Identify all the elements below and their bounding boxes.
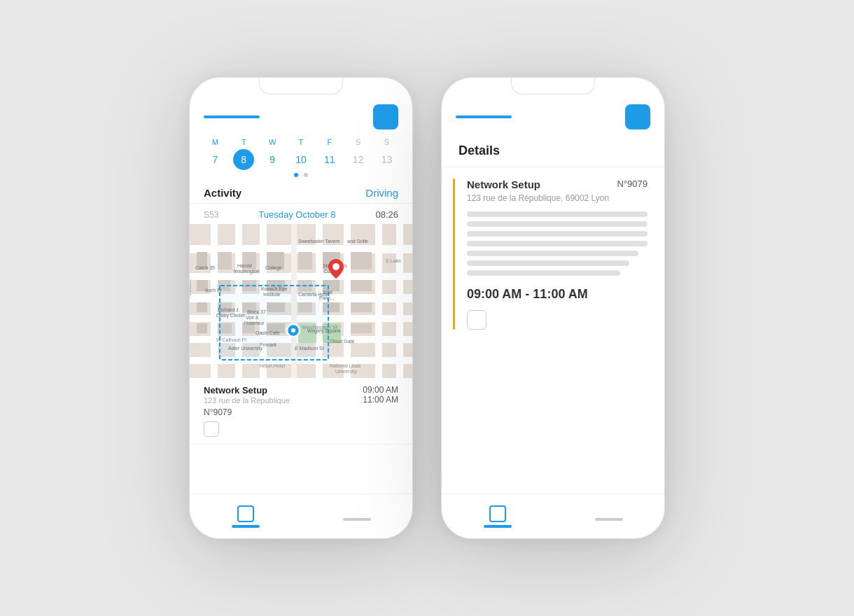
details-title: Details — [442, 138, 664, 167]
nav2-bar-inactive — [595, 518, 623, 521]
svg-point-78 — [332, 263, 340, 270]
svg-text:University: University — [335, 369, 357, 374]
cal-label-sat: S — [356, 138, 360, 146]
bottom-nav-1 — [190, 493, 412, 538]
cal-num-tue: 8 — [233, 149, 254, 170]
svg-rect-13 — [375, 224, 382, 378]
tab-driving[interactable]: Driving — [365, 187, 398, 199]
phone2-notch — [511, 78, 595, 94]
cal-label-mon: M — [212, 138, 218, 146]
nav-item-home[interactable] — [232, 505, 260, 528]
detail-line-4 — [467, 241, 648, 246]
detail-address: 123 rue de la République, 69002 Lyon — [467, 193, 648, 203]
cal-day-sat[interactable]: S 12 — [346, 138, 371, 170]
card-times: 09:00 AM 11:00 AM — [363, 385, 398, 405]
nav-spacer — [349, 512, 365, 515]
calendar-strip: M 7 T 8 W 9 T 10 — [190, 138, 412, 183]
phone1-wrapper: M 7 T 8 W 9 T 10 — [189, 77, 413, 539]
cal-num-sat: 12 — [348, 149, 369, 170]
svg-text:Harold: Harold — [237, 263, 252, 268]
cal-day-thu[interactable]: T 10 — [288, 138, 314, 170]
svg-rect-7 — [211, 224, 218, 378]
cal-day-fri[interactable]: F 11 — [317, 138, 342, 170]
detail-line-1 — [467, 211, 648, 217]
svg-text:N Mich...: N Mich... — [190, 278, 192, 298]
cal-num-thu: 10 — [290, 149, 312, 170]
phone1-content: M 7 T 8 W 9 T 10 — [190, 78, 412, 538]
nav2-spacer — [601, 512, 617, 515]
cal-label-thu: T — [299, 138, 304, 146]
map-svg: Sweetwater Tavern and Grille Harold Wash… — [190, 224, 412, 378]
card-title: Network Setup — [204, 385, 290, 396]
card-row1: Network Setup 123 rue de la République 0… — [204, 385, 398, 405]
detail-line-6 — [467, 260, 629, 266]
svg-rect-19 — [298, 252, 312, 270]
detail-time-range: 09:00 AM - 11:00 AM — [467, 287, 648, 302]
cal-day-mon[interactable]: M 7 — [202, 138, 227, 170]
phone1-notch — [259, 78, 343, 94]
map-view[interactable]: Sweetwater Tavern and Grille Harold Wash… — [190, 224, 412, 378]
svg-text:College: College — [265, 265, 282, 271]
card-subtitle: 123 rue de la République — [204, 396, 290, 405]
detail-ref: N°9079 — [617, 178, 648, 189]
cal-num-mon: 7 — [204, 149, 225, 170]
cal-label-sun: S — [384, 138, 389, 146]
phone2-header-line — [456, 115, 512, 118]
cal-day-tue[interactable]: T 8 — [231, 138, 256, 170]
nav-home-icon — [237, 505, 254, 522]
svg-rect-75 — [220, 286, 328, 360]
card-time-end: 11:00 AM — [363, 395, 398, 405]
nav2-home-icon — [489, 505, 506, 522]
nav2-item-other[interactable] — [595, 512, 623, 521]
calendar-days: M 7 T 8 W 9 T 10 — [201, 138, 401, 170]
calendar-dots — [201, 173, 401, 177]
cal-num-wed: 9 — [262, 149, 283, 170]
header-button[interactable] — [373, 104, 398, 130]
cal-num-sun: 13 — [376, 149, 397, 170]
phone1: M 7 T 8 W 9 T 10 — [189, 77, 413, 539]
phone2-header-button[interactable] — [625, 104, 650, 130]
svg-rect-28 — [351, 280, 372, 291]
svg-rect-14 — [396, 224, 403, 378]
nav-bar-active — [232, 525, 260, 528]
cal-day-sun[interactable]: S 13 — [374, 138, 399, 170]
header-line — [204, 115, 260, 118]
phone2: Details Network Setup N°9079 123 rue de … — [441, 77, 665, 539]
svg-text:Sweetwater Tavern: Sweetwater Tavern — [298, 239, 340, 244]
cal-label-wed: W — [269, 138, 276, 146]
nav2-bar-active — [484, 525, 512, 528]
activity-card[interactable]: Network Setup 123 rue de la République 0… — [190, 378, 412, 444]
detail-line-5 — [467, 251, 638, 256]
phone2-wrapper: Details Network Setup N°9079 123 rue de … — [441, 77, 665, 539]
svg-text:Washington: Washington — [234, 269, 260, 274]
svg-rect-15 — [218, 252, 232, 270]
tab-activity[interactable]: Activity — [204, 187, 241, 199]
nav-item-other[interactable] — [343, 512, 371, 521]
svg-rect-40 — [351, 323, 372, 333]
bottom-nav-2 — [442, 493, 664, 538]
card-info: Network Setup 123 rue de la République — [204, 385, 290, 405]
detail-card-inner: Network Setup N°9079 123 rue de la Répub… — [458, 178, 648, 330]
cal-dot-1 — [294, 173, 298, 177]
session-time: 08:26 — [375, 209, 398, 220]
detail-calendar-icon — [467, 310, 486, 330]
detail-lines — [467, 211, 648, 276]
page-container: M 7 T 8 W 9 T 10 — [0, 49, 854, 567]
cal-dot-2 — [304, 173, 308, 177]
svg-text:National Louis: National Louis — [330, 363, 361, 368]
detail-line-2 — [467, 221, 648, 227]
nav2-item-home[interactable] — [484, 505, 512, 528]
svg-rect-12 — [344, 224, 351, 378]
detail-card[interactable]: Network Setup N°9079 123 rue de la Répub… — [442, 167, 664, 341]
activity-row: S53 Tuesday October 8 08:26 — [190, 204, 412, 224]
cal-day-wed[interactable]: W 9 — [260, 138, 285, 170]
session-id: S53 — [204, 210, 218, 220]
svg-point-77 — [291, 328, 295, 332]
cal-num-fri: 11 — [319, 149, 340, 170]
detail-header: Network Setup N°9079 — [467, 178, 648, 190]
activity-tabs: Activity Driving — [190, 183, 412, 204]
svg-text:and Grille: and Grille — [347, 239, 368, 244]
card-ref: N°9079 — [204, 407, 398, 417]
phone2-header — [442, 99, 664, 138]
cal-label-fri: F — [327, 138, 332, 146]
